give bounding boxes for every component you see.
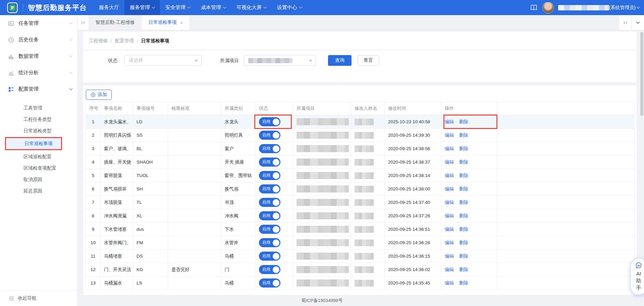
search-button[interactable]: 查询 [328,55,352,66]
inspection-items-table: 序号事项名称事项编号检查标准所属类别状态所属项目修改人姓名修改时间操作 1水龙头… [86,102,635,290]
edit-link[interactable]: 编辑 [445,173,454,178]
cell-modified-time: 2020-09-25 14:36:51 [385,223,441,236]
sidebar-item-4[interactable]: 日常巡检事项 [6,138,61,149]
ai-assistant-button[interactable]: AI AI助手 [631,258,644,295]
scroll-tabs-left-button[interactable] [78,15,89,30]
top-menu-item-3[interactable]: 安全管理 [160,0,196,15]
delete-link[interactable]: 删除 [459,280,468,286]
status-toggle[interactable]: 启用 [259,238,280,247]
top-menu-item-6[interactable]: 设置中心 [272,0,307,15]
edit-link[interactable]: 编辑 [445,213,454,218]
cell-item-name: 马桶堵塞 [101,250,133,263]
content: 工程维修/配置管理/日常巡检事项 状态 请选择 所属项目 查询 [78,30,644,306]
cell-filler [497,142,635,156]
sidebar-group-config[interactable]: 配置管理 [0,81,77,97]
sidebar-group-history[interactable]: 历史任务 [0,32,77,48]
tabs-menu-button[interactable] [631,15,644,30]
close-icon[interactable]: × [180,20,183,25]
delete-link[interactable]: 删除 [459,119,468,124]
status-toggle[interactable]: 启用 [259,144,280,153]
top-menu-item-1[interactable]: 服务大厅 [94,0,124,15]
cell-project [293,129,351,142]
delete-link[interactable]: 删除 [459,186,468,191]
cell-project [293,169,351,182]
delete-link[interactable]: 删除 [459,267,468,272]
delete-link[interactable]: 删除 [459,160,468,165]
sidebar-group-label: 历史任务 [18,37,39,43]
sidebar-group-stats[interactable]: 统计分析 [0,64,77,81]
top-menu-item-2[interactable]: 服务管理 [124,0,160,15]
delete-link[interactable]: 删除 [459,146,468,151]
status-toggle[interactable]: 启用 [259,278,280,288]
status-toggle[interactable]: 启用 [259,158,280,167]
status-select[interactable]: 请选择 [124,55,202,66]
delete-link[interactable]: 删除 [459,240,468,245]
sidebar-item-6[interactable]: 区域检查项配置 [0,162,77,174]
status-toggle[interactable]: 启用 [259,211,280,220]
user-avatar[interactable] [542,2,554,13]
cell-modifier [351,236,385,250]
add-button[interactable]: 添加 [86,90,112,100]
status-toggle[interactable]: 启用 [259,225,280,234]
scrollbar-thumb[interactable] [640,32,643,116]
status-toggle-label: 启用 [262,132,270,138]
status-toggle-label: 启用 [262,267,270,272]
delete-link[interactable]: 删除 [459,254,468,259]
cell-modified-time: 2020-09-25 14:38:00 [385,182,441,196]
cell-modifier [351,129,385,142]
cell-filler [497,263,635,276]
status-toggle[interactable]: 启用 [259,198,280,207]
edit-link[interactable]: 编辑 [445,160,454,165]
table-row: 12门、开关灵活KG是否完好门启用2020-09-25 14:36:02编辑删除 [86,263,635,276]
edit-link[interactable]: 编辑 [445,133,454,138]
status-toggle[interactable]: 启用 [259,265,280,274]
sidebar-group-data[interactable]: 数据管理 [0,48,77,64]
delete-link[interactable]: 删除 [459,133,468,138]
cell-modifier [351,169,385,182]
layout: 任务管理历史任务数据管理统计分析配置管理工具管理工程任务类型日常巡检类型日常巡检… [0,15,644,306]
status-toggle[interactable]: 启用 [259,117,280,126]
status-toggle-label: 启用 [262,280,270,286]
edit-link[interactable]: 编辑 [445,280,454,286]
edit-link[interactable]: 编辑 [445,186,454,191]
reset-button[interactable]: 重置 [358,55,379,66]
manual-book-icon[interactable] [530,3,538,12]
scroll-tabs-right-button[interactable] [619,15,631,30]
sidebar-item-5[interactable]: 区域巡检配置 [0,151,77,162]
topnav-right: (系统管理员) [530,0,644,15]
status-toggle[interactable]: 启用 [259,252,280,261]
sidebar-group-label: 统计分析 [18,70,39,76]
tab-1[interactable]: 智慧后勤-工程维修 [89,15,142,30]
sidebar-item-2[interactable]: 工程任务类型 [0,114,77,125]
project-select[interactable] [244,55,316,66]
status-toggle[interactable]: 启用 [259,184,280,193]
sidebar-item-1[interactable]: 工具管理 [0,102,77,114]
edit-link[interactable]: 编辑 [445,254,454,259]
sidebar-group-task[interactable]: 任务管理 [0,15,77,32]
chevron-down-icon [69,21,73,25]
top-menu-item-4[interactable]: 成本管理 [196,0,231,15]
sidebar-item-7[interactable]: 取消原因 [0,174,77,185]
edit-link[interactable]: 编辑 [445,240,454,245]
sidebar-item-3[interactable]: 日常巡检类型 [0,125,77,136]
edit-link[interactable]: 编辑 [445,146,454,151]
cell-index: 5 [86,169,101,182]
status-toggle[interactable]: 启用 [259,171,280,180]
delete-link[interactable]: 删除 [459,173,468,178]
tab-2[interactable]: 日常巡检事项× [142,15,190,30]
edit-link[interactable]: 编辑 [445,227,454,232]
top-menu-item-5[interactable]: 可视化大屏 [231,0,272,15]
breadcrumb-item-1[interactable]: 工程维修 [89,38,108,44]
delete-link[interactable]: 删除 [459,200,468,205]
delete-link[interactable]: 删除 [459,227,468,232]
collapse-nav-button[interactable]: 收起导航 [0,290,77,306]
breadcrumb-item-2[interactable]: 配置管理 [115,38,134,44]
user-menu[interactable]: (系统管理员) [558,5,639,11]
sidebar-item-8[interactable]: 延迟原因 [0,185,77,196]
edit-link[interactable]: 编辑 [445,200,454,205]
status-toggle[interactable]: 启用 [259,131,280,140]
brand-divider [23,4,23,12]
edit-link[interactable]: 编辑 [445,267,454,272]
edit-link[interactable]: 编辑 [445,119,454,124]
delete-link[interactable]: 删除 [459,213,468,218]
